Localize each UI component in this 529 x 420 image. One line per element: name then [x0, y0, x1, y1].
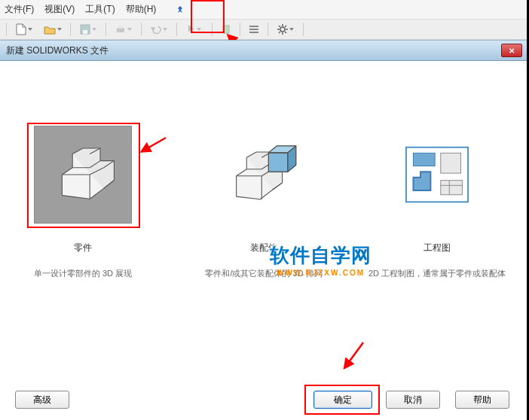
option-drawing-desc: 2D 工程制图，通常属于零件或装配体: [362, 268, 512, 279]
option-drawing[interactable]: 工程图 2D 工程制图，通常属于零件或装配体: [362, 126, 512, 279]
option-part-desc: 单一设计零部件的 3D 展现: [8, 268, 158, 279]
svg-rect-5: [249, 26, 258, 27]
assembly-thumb: [215, 126, 313, 224]
ok-button[interactable]: 确定: [313, 391, 372, 409]
options-list-button[interactable]: [245, 21, 263, 38]
annotation-arrow-ok: [341, 338, 371, 370]
svg-rect-21: [441, 153, 461, 173]
select-button[interactable]: [182, 21, 207, 38]
new-file-button[interactable]: [11, 21, 37, 38]
dialog-title: 新建 SOLIDWORKS 文件: [6, 44, 109, 57]
option-part-title: 零件: [8, 242, 158, 254]
svg-line-15: [285, 26, 286, 27]
svg-rect-7: [249, 32, 258, 33]
help-button[interactable]: 帮助: [455, 391, 509, 409]
dialog-titlebar: 新建 SOLIDWORKS 文件: [0, 40, 527, 61]
print-button[interactable]: [111, 21, 136, 38]
undo-button[interactable]: [146, 21, 172, 38]
svg-line-16: [279, 32, 280, 33]
toolbar: [0, 19, 527, 40]
settings-button[interactable]: [273, 21, 298, 38]
svg-point-8: [280, 27, 285, 32]
svg-rect-22: [441, 181, 463, 195]
pin-icon[interactable]: [171, 2, 189, 18]
svg-rect-4: [223, 26, 229, 33]
dialog-footer: 高级 确定 取消 帮助: [0, 382, 527, 420]
cancel-button[interactable]: 取消: [386, 391, 440, 409]
watermark: 软件自学网 WWW.RJZXW.COM: [270, 242, 372, 277]
svg-rect-6: [249, 29, 258, 30]
svg-line-13: [279, 26, 280, 27]
menu-help[interactable]: 帮助(H): [126, 3, 157, 16]
option-drawing-title: 工程图: [362, 242, 512, 254]
save-button[interactable]: [75, 21, 101, 38]
menu-file[interactable]: 文件(F): [5, 3, 34, 16]
svg-rect-20: [413, 153, 435, 166]
dialog-content: 零件 单一设计零部件的 3D 展现 装配体: [0, 61, 527, 377]
advanced-button[interactable]: 高级: [15, 391, 69, 409]
close-button[interactable]: [501, 44, 522, 57]
part-thumb: [34, 126, 132, 224]
menu-bar: 文件(F) 视图(V) 工具(T) 帮助(H): [0, 0, 527, 19]
svg-rect-3: [118, 26, 123, 29]
rebuild-button[interactable]: [217, 21, 235, 38]
svg-rect-1: [83, 30, 87, 34]
svg-line-25: [347, 342, 363, 365]
open-file-button[interactable]: [40, 21, 66, 38]
watermark-en: WWW.RJZXW.COM: [270, 269, 372, 277]
option-part[interactable]: 零件 单一设计零部件的 3D 展现: [8, 126, 158, 279]
menu-view[interactable]: 视图(V): [44, 3, 75, 16]
drawing-thumb: [388, 126, 486, 224]
menu-tools[interactable]: 工具(T): [85, 3, 115, 16]
svg-line-14: [285, 32, 286, 33]
watermark-cn: 软件自学网: [270, 242, 372, 269]
